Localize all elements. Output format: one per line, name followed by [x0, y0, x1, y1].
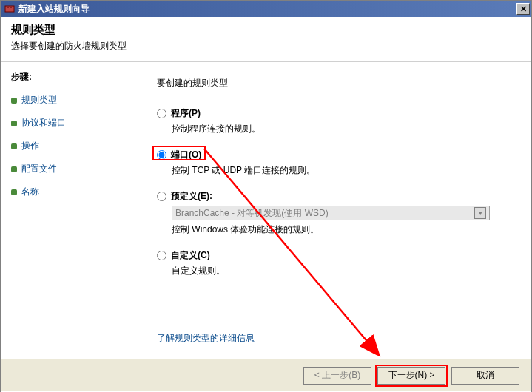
- step-rule-type[interactable]: 规则类型: [11, 94, 130, 107]
- close-button[interactable]: ✕: [516, 3, 530, 15]
- option-program: 程序(P) 控制程序连接的规则。: [157, 107, 511, 135]
- option-port-desc: 控制 TCP 或 UDP 端口连接的规则。: [172, 164, 511, 177]
- step-name[interactable]: 名称: [11, 186, 130, 198]
- option-predefined-desc: 控制 Windows 体验功能连接的规则。: [172, 223, 511, 236]
- app-icon: [4, 3, 16, 15]
- predefined-select-value: BranchCache - 对等机发现(使用 WSD): [175, 207, 329, 220]
- radio-program[interactable]: [157, 109, 166, 118]
- option-program-desc: 控制程序连接的规则。: [172, 123, 511, 135]
- wizard-header: 规则类型 选择要创建的防火墙规则类型: [1, 17, 531, 62]
- bullet-icon: [11, 189, 17, 195]
- radio-predefined[interactable]: [157, 192, 166, 201]
- option-predefined-label: 预定义(E):: [171, 190, 212, 203]
- cancel-button[interactable]: 取消: [451, 367, 519, 385]
- predefined-select[interactable]: BranchCache - 对等机发现(使用 WSD) ▾: [172, 206, 490, 220]
- titlebar: 新建入站规则向导 ✕: [1, 1, 531, 17]
- steps-sidebar: 步骤: 规则类型 协议和端口 操作 配置文件 名称: [1, 62, 138, 392]
- steps-label: 步骤:: [11, 71, 130, 84]
- chevron-down-icon: ▾: [474, 207, 486, 219]
- radio-custom[interactable]: [157, 251, 166, 260]
- svg-rect-1: [7, 7, 9, 8]
- option-custom: 自定义(C) 自定义规则。: [157, 249, 511, 277]
- step-profile[interactable]: 配置文件: [11, 163, 130, 175]
- window-title: 新建入站规则向导: [18, 3, 90, 16]
- main-prompt: 要创建的规则类型: [157, 77, 511, 89]
- option-program-label: 程序(P): [171, 107, 201, 120]
- option-port: 端口(O) 控制 TCP 或 UDP 端口连接的规则。: [157, 149, 511, 177]
- back-button: < 上一步(B): [303, 367, 371, 385]
- step-action[interactable]: 操作: [11, 140, 130, 152]
- bullet-icon: [11, 166, 17, 172]
- option-custom-label: 自定义(C): [171, 249, 210, 262]
- wizard-window: 新建入站规则向导 ✕ 规则类型 选择要创建的防火墙规则类型 步骤: 规则类型 协…: [0, 0, 532, 392]
- bullet-icon: [11, 98, 17, 104]
- bullet-icon: [11, 143, 17, 149]
- page-subtitle: 选择要创建的防火墙规则类型: [11, 40, 521, 53]
- annotation-highlight-port: [152, 146, 206, 160]
- next-button[interactable]: 下一步(N) >: [377, 367, 445, 385]
- option-predefined: 预定义(E): BranchCache - 对等机发现(使用 WSD) ▾ 控制…: [157, 190, 511, 236]
- wizard-footer: < 上一步(B) 下一步(N) > 取消: [1, 359, 531, 391]
- svg-rect-2: [10, 7, 12, 8]
- page-title: 规则类型: [11, 23, 521, 37]
- main-panel: 要创建的规则类型 程序(P) 控制程序连接的规则。 端口(O) 控制 TCP 或…: [138, 62, 531, 392]
- bullet-icon: [11, 121, 17, 126]
- learn-more-link[interactable]: 了解规则类型的详细信息: [157, 332, 255, 345]
- wizard-body: 步骤: 规则类型 协议和端口 操作 配置文件 名称 要创建的规则类型 程序(P)…: [1, 62, 531, 392]
- step-protocol-port[interactable]: 协议和端口: [11, 117, 130, 129]
- option-custom-desc: 自定义规则。: [172, 265, 511, 277]
